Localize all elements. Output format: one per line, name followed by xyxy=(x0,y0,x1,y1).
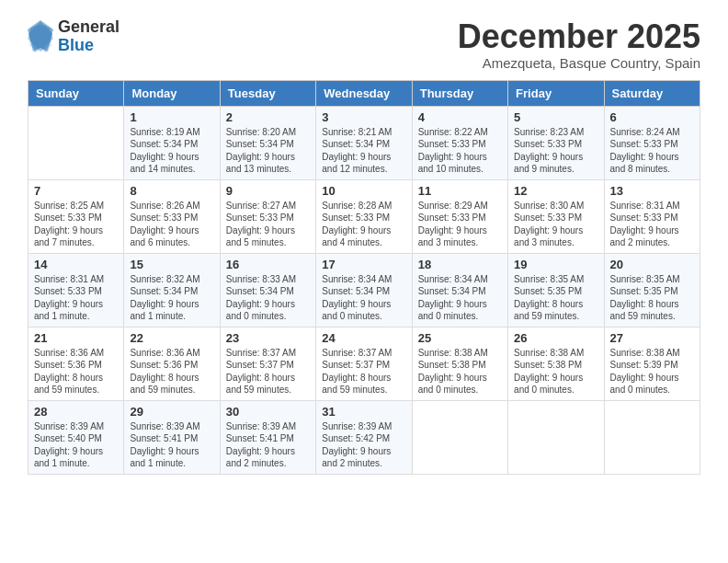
location: Amezqueta, Basque Country, Spain xyxy=(458,55,700,71)
cell-info: Sunrise: 8:20 AM Sunset: 5:34 PM Dayligh… xyxy=(226,126,310,176)
weekday-header-row: SundayMondayTuesdayWednesdayThursdayFrid… xyxy=(28,80,700,106)
cell-info: Sunrise: 8:35 AM Sunset: 5:35 PM Dayligh… xyxy=(514,273,597,323)
calendar-cell: 25Sunrise: 8:38 AM Sunset: 5:38 PM Dayli… xyxy=(412,327,507,400)
day-number: 29 xyxy=(130,405,213,419)
calendar-cell: 3Sunrise: 8:21 AM Sunset: 5:34 PM Daylig… xyxy=(316,106,412,179)
cell-info: Sunrise: 8:21 AM Sunset: 5:34 PM Dayligh… xyxy=(322,126,405,176)
day-number: 15 xyxy=(130,258,213,271)
svg-marker-1 xyxy=(28,21,52,52)
calendar-cell: 18Sunrise: 8:34 AM Sunset: 5:34 PM Dayli… xyxy=(412,253,507,327)
calendar-cell: 4Sunrise: 8:22 AM Sunset: 5:33 PM Daylig… xyxy=(412,106,507,179)
cell-info: Sunrise: 8:36 AM Sunset: 5:36 PM Dayligh… xyxy=(130,347,213,396)
cell-info: Sunrise: 8:39 AM Sunset: 5:40 PM Dayligh… xyxy=(34,420,118,470)
day-number: 23 xyxy=(226,331,310,345)
calendar-cell: 30Sunrise: 8:39 AM Sunset: 5:41 PM Dayli… xyxy=(220,400,315,474)
calendar-cell: 16Sunrise: 8:33 AM Sunset: 5:34 PM Dayli… xyxy=(220,253,315,327)
weekday-header-wednesday: Wednesday xyxy=(316,80,412,106)
calendar-cell xyxy=(604,400,700,474)
calendar-cell: 15Sunrise: 8:32 AM Sunset: 5:34 PM Dayli… xyxy=(124,253,220,327)
calendar-cell: 19Sunrise: 8:35 AM Sunset: 5:35 PM Dayli… xyxy=(508,253,604,327)
day-number: 5 xyxy=(514,110,597,124)
day-number: 8 xyxy=(130,184,213,198)
weekday-header-thursday: Thursday xyxy=(412,80,507,106)
calendar-cell xyxy=(508,400,604,474)
cell-info: Sunrise: 8:39 AM Sunset: 5:41 PM Dayligh… xyxy=(130,420,213,470)
day-number: 10 xyxy=(322,184,405,198)
calendar-table: SundayMondayTuesdayWednesdayThursdayFrid… xyxy=(28,80,700,475)
calendar-week-row: 21Sunrise: 8:36 AM Sunset: 5:36 PM Dayli… xyxy=(28,327,700,400)
title-block: December 2025 Amezqueta, Basque Country,… xyxy=(458,18,700,71)
day-number: 21 xyxy=(34,331,118,345)
day-number: 31 xyxy=(322,405,405,419)
cell-info: Sunrise: 8:29 AM Sunset: 5:33 PM Dayligh… xyxy=(418,200,502,249)
day-number: 4 xyxy=(418,110,502,124)
calendar-cell: 24Sunrise: 8:37 AM Sunset: 5:37 PM Dayli… xyxy=(316,327,412,400)
calendar-cell: 12Sunrise: 8:30 AM Sunset: 5:33 PM Dayli… xyxy=(508,179,604,253)
day-number: 24 xyxy=(322,331,405,345)
day-number: 19 xyxy=(514,258,597,271)
weekday-header-sunday: Sunday xyxy=(28,80,124,106)
logo-general-text: General xyxy=(58,18,119,37)
calendar-cell: 26Sunrise: 8:38 AM Sunset: 5:38 PM Dayli… xyxy=(508,327,604,400)
day-number: 18 xyxy=(418,258,502,271)
day-number: 6 xyxy=(610,110,694,124)
day-number: 13 xyxy=(610,184,694,198)
calendar-cell: 31Sunrise: 8:39 AM Sunset: 5:42 PM Dayli… xyxy=(316,400,412,474)
logo-text: General Blue xyxy=(58,18,119,55)
calendar-cell: 22Sunrise: 8:36 AM Sunset: 5:36 PM Dayli… xyxy=(124,327,220,400)
day-number: 14 xyxy=(34,258,118,271)
day-number: 7 xyxy=(34,184,118,198)
calendar-week-row: 7Sunrise: 8:25 AM Sunset: 5:33 PM Daylig… xyxy=(28,179,700,253)
cell-info: Sunrise: 8:25 AM Sunset: 5:33 PM Dayligh… xyxy=(34,200,118,249)
cell-info: Sunrise: 8:34 AM Sunset: 5:34 PM Dayligh… xyxy=(322,273,405,323)
cell-info: Sunrise: 8:37 AM Sunset: 5:37 PM Dayligh… xyxy=(322,347,405,396)
calendar-cell: 7Sunrise: 8:25 AM Sunset: 5:33 PM Daylig… xyxy=(28,179,124,253)
calendar-cell: 5Sunrise: 8:23 AM Sunset: 5:33 PM Daylig… xyxy=(508,106,604,179)
day-number: 3 xyxy=(322,110,405,124)
calendar-cell: 14Sunrise: 8:31 AM Sunset: 5:33 PM Dayli… xyxy=(28,253,124,327)
cell-info: Sunrise: 8:26 AM Sunset: 5:33 PM Dayligh… xyxy=(130,200,213,249)
calendar-cell: 23Sunrise: 8:37 AM Sunset: 5:37 PM Dayli… xyxy=(220,327,315,400)
day-number: 28 xyxy=(34,405,118,419)
day-number: 9 xyxy=(226,184,310,198)
calendar-cell: 10Sunrise: 8:28 AM Sunset: 5:33 PM Dayli… xyxy=(316,179,412,253)
calendar-cell: 13Sunrise: 8:31 AM Sunset: 5:33 PM Dayli… xyxy=(604,179,700,253)
calendar-cell: 29Sunrise: 8:39 AM Sunset: 5:41 PM Dayli… xyxy=(124,400,220,474)
day-number: 22 xyxy=(130,331,213,345)
cell-info: Sunrise: 8:22 AM Sunset: 5:33 PM Dayligh… xyxy=(418,126,502,176)
calendar-cell xyxy=(412,400,507,474)
calendar-week-row: 1Sunrise: 8:19 AM Sunset: 5:34 PM Daylig… xyxy=(28,106,700,179)
day-number: 26 xyxy=(514,331,597,345)
cell-info: Sunrise: 8:38 AM Sunset: 5:39 PM Dayligh… xyxy=(610,347,694,396)
cell-info: Sunrise: 8:30 AM Sunset: 5:33 PM Dayligh… xyxy=(514,200,597,249)
cell-info: Sunrise: 8:39 AM Sunset: 5:42 PM Dayligh… xyxy=(322,420,405,470)
cell-info: Sunrise: 8:19 AM Sunset: 5:34 PM Dayligh… xyxy=(130,126,213,176)
day-number: 25 xyxy=(418,331,502,345)
calendar-cell: 9Sunrise: 8:27 AM Sunset: 5:33 PM Daylig… xyxy=(220,179,315,253)
cell-info: Sunrise: 8:38 AM Sunset: 5:38 PM Dayligh… xyxy=(418,347,502,396)
day-number: 12 xyxy=(514,184,597,198)
calendar-week-row: 14Sunrise: 8:31 AM Sunset: 5:33 PM Dayli… xyxy=(28,253,700,327)
cell-info: Sunrise: 8:31 AM Sunset: 5:33 PM Dayligh… xyxy=(34,273,118,323)
cell-info: Sunrise: 8:35 AM Sunset: 5:35 PM Dayligh… xyxy=(610,273,694,323)
page-header: General Blue December 2025 Amezqueta, Ba… xyxy=(28,18,700,71)
cell-info: Sunrise: 8:37 AM Sunset: 5:37 PM Dayligh… xyxy=(226,347,310,396)
calendar-cell: 1Sunrise: 8:19 AM Sunset: 5:34 PM Daylig… xyxy=(124,106,220,179)
day-number: 20 xyxy=(610,258,694,271)
day-number: 17 xyxy=(322,258,405,271)
logo-blue-text: Blue xyxy=(58,37,119,55)
weekday-header-tuesday: Tuesday xyxy=(220,80,315,106)
calendar-cell: 11Sunrise: 8:29 AM Sunset: 5:33 PM Dayli… xyxy=(412,179,507,253)
weekday-header-monday: Monday xyxy=(124,80,220,106)
calendar-cell: 21Sunrise: 8:36 AM Sunset: 5:36 PM Dayli… xyxy=(28,327,124,400)
calendar-cell xyxy=(28,106,124,179)
cell-info: Sunrise: 8:27 AM Sunset: 5:33 PM Dayligh… xyxy=(226,200,310,249)
calendar-cell: 17Sunrise: 8:34 AM Sunset: 5:34 PM Dayli… xyxy=(316,253,412,327)
cell-info: Sunrise: 8:34 AM Sunset: 5:34 PM Dayligh… xyxy=(418,273,502,323)
cell-info: Sunrise: 8:24 AM Sunset: 5:33 PM Dayligh… xyxy=(610,126,694,176)
weekday-header-saturday: Saturday xyxy=(604,80,700,106)
logo: General Blue xyxy=(28,18,119,55)
month-title: December 2025 xyxy=(458,18,700,55)
logo-icon xyxy=(28,20,53,53)
cell-info: Sunrise: 8:36 AM Sunset: 5:36 PM Dayligh… xyxy=(34,347,118,396)
